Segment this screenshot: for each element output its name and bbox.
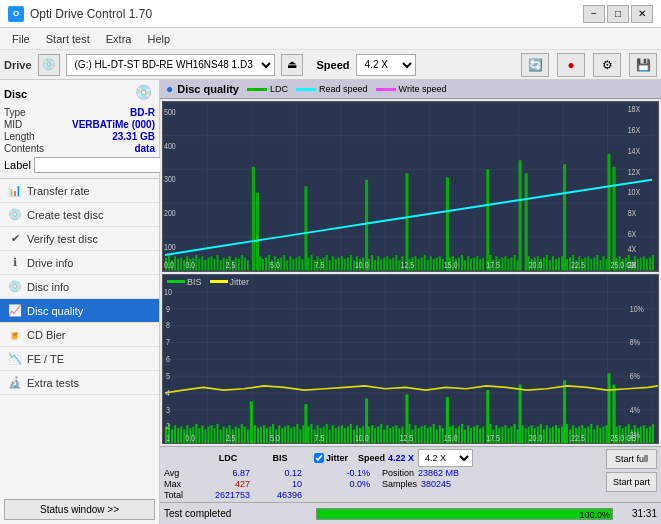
- menu-extra[interactable]: Extra: [98, 31, 140, 47]
- svg-rect-82: [335, 259, 337, 271]
- svg-text:25.0 GB: 25.0 GB: [611, 431, 637, 442]
- total-ldc: 2621753: [202, 490, 254, 500]
- svg-rect-125: [476, 256, 478, 270]
- svg-rect-284: [347, 426, 349, 443]
- sidebar-item-fe-te[interactable]: 📉 FE / TE: [0, 347, 159, 371]
- start-part-button[interactable]: Start part: [606, 472, 657, 492]
- legend-ldc-label: LDC: [270, 84, 288, 94]
- legend-read-label: Read speed: [319, 84, 368, 94]
- svg-rect-34: [214, 259, 216, 271]
- progress-bar: 100.0%: [316, 508, 613, 520]
- minimize-button[interactable]: −: [583, 5, 605, 23]
- svg-rect-45: [238, 259, 240, 271]
- svg-text:9: 9: [166, 302, 170, 313]
- svg-rect-235: [198, 428, 200, 443]
- svg-text:15.0: 15.0: [444, 431, 458, 442]
- svg-rect-294: [519, 384, 522, 443]
- svg-rect-317: [430, 426, 432, 443]
- svg-rect-340: [507, 428, 509, 443]
- quality-header: ● Disc quality LDC Read speed Write spee…: [160, 80, 661, 99]
- svg-rect-365: [587, 426, 589, 443]
- svg-rect-0: [163, 102, 658, 271]
- samples-value: 380245: [421, 479, 451, 489]
- svg-rect-356: [558, 428, 560, 443]
- charts-container: 500 400 300 200 100 0.0 18X 16X 14X 12X …: [160, 99, 661, 446]
- svg-rect-50: [262, 259, 264, 271]
- svg-rect-113: [436, 258, 438, 271]
- svg-rect-344: [522, 425, 524, 443]
- svg-rect-39: [256, 193, 259, 271]
- svg-rect-316: [427, 428, 429, 443]
- svg-text:25.0 GB: 25.0 GB: [611, 260, 637, 270]
- label-input[interactable]: [34, 157, 167, 173]
- start-full-button[interactable]: Start full: [606, 449, 657, 469]
- drive-select[interactable]: (G:) HL-DT-ST BD-RE WH16NS48 1.D3: [66, 54, 275, 76]
- speed-select-stats[interactable]: 4.2 X: [418, 449, 473, 467]
- svg-rect-67: [486, 169, 489, 270]
- svg-rect-127: [482, 258, 484, 271]
- sidebar-item-drive-info[interactable]: ℹ Drive info: [0, 251, 159, 275]
- settings-button[interactable]: ⚙: [593, 53, 621, 77]
- sidebar-item-transfer-rate[interactable]: 📊 Transfer rate: [0, 179, 159, 203]
- svg-rect-100: [392, 258, 394, 271]
- speed-select[interactable]: 4.2 X: [356, 54, 416, 76]
- svg-rect-369: [599, 428, 601, 443]
- svg-rect-277: [326, 423, 328, 443]
- sidebar-item-verify-test-disc[interactable]: ✔ Verify test disc: [0, 227, 159, 251]
- svg-rect-239: [304, 404, 307, 443]
- svg-rect-48: [247, 260, 249, 270]
- jitter-checkbox[interactable]: [314, 453, 324, 463]
- svg-rect-229: [180, 426, 182, 443]
- menu-file[interactable]: File: [4, 31, 38, 47]
- svg-rect-68: [519, 160, 522, 270]
- maximize-button[interactable]: □: [607, 5, 629, 23]
- burn-button[interactable]: ●: [557, 53, 585, 77]
- position-label: Position: [382, 468, 414, 478]
- sidebar-item-create-test-disc[interactable]: 💿 Create test disc: [0, 203, 159, 227]
- svg-rect-250: [238, 428, 240, 443]
- eject-button[interactable]: ⏏: [281, 54, 303, 76]
- ldc-color: [247, 88, 267, 91]
- svg-rect-51: [265, 258, 267, 271]
- svg-text:0.0: 0.0: [185, 431, 195, 442]
- legend-ldc: LDC: [247, 84, 288, 94]
- svg-text:100: 100: [164, 242, 176, 252]
- label-key: Label: [4, 159, 31, 171]
- svg-rect-282: [341, 425, 343, 443]
- sidebar-item-cd-bier[interactable]: 🍺 CD Bier: [0, 323, 159, 347]
- sidebar-item-disc-quality[interactable]: 📈 Disc quality: [0, 299, 159, 323]
- save-button[interactable]: 💾: [629, 53, 657, 77]
- svg-text:6: 6: [166, 352, 170, 363]
- speed-header: Speed: [358, 453, 385, 463]
- ldc-chart: 500 400 300 200 100 0.0 18X 16X 14X 12X …: [162, 101, 659, 272]
- svg-text:12.5: 12.5: [399, 431, 413, 442]
- svg-rect-272: [310, 423, 312, 443]
- svg-rect-370: [602, 426, 604, 443]
- svg-rect-162: [602, 256, 604, 270]
- refresh-button[interactable]: 🔄: [521, 53, 549, 77]
- bis-header: BIS: [254, 453, 306, 463]
- svg-rect-295: [563, 380, 566, 443]
- svg-rect-57: [283, 255, 285, 271]
- svg-rect-29: [198, 259, 200, 271]
- svg-text:5: 5: [166, 369, 170, 380]
- svg-rect-243: [217, 423, 219, 443]
- menu-help[interactable]: Help: [139, 31, 178, 47]
- sidebar-item-disc-info[interactable]: 💿 Disc info: [0, 275, 159, 299]
- svg-text:500: 500: [164, 107, 176, 117]
- svg-rect-299: [371, 425, 373, 443]
- svg-rect-315: [424, 425, 426, 443]
- status-window-button[interactable]: Status window >>: [4, 499, 155, 520]
- svg-rect-81: [332, 256, 334, 270]
- close-button[interactable]: ✕: [631, 5, 653, 23]
- svg-rect-254: [254, 425, 256, 443]
- svg-rect-149: [561, 256, 563, 270]
- menu-start-test[interactable]: Start test: [38, 31, 98, 47]
- svg-rect-70: [563, 164, 566, 270]
- sidebar-item-extra-tests[interactable]: 🔬 Extra tests: [0, 371, 159, 395]
- svg-rect-258: [266, 428, 268, 443]
- svg-rect-121: [464, 260, 466, 270]
- svg-rect-264: [284, 426, 286, 443]
- svg-rect-96: [380, 259, 382, 271]
- svg-rect-257: [263, 425, 265, 443]
